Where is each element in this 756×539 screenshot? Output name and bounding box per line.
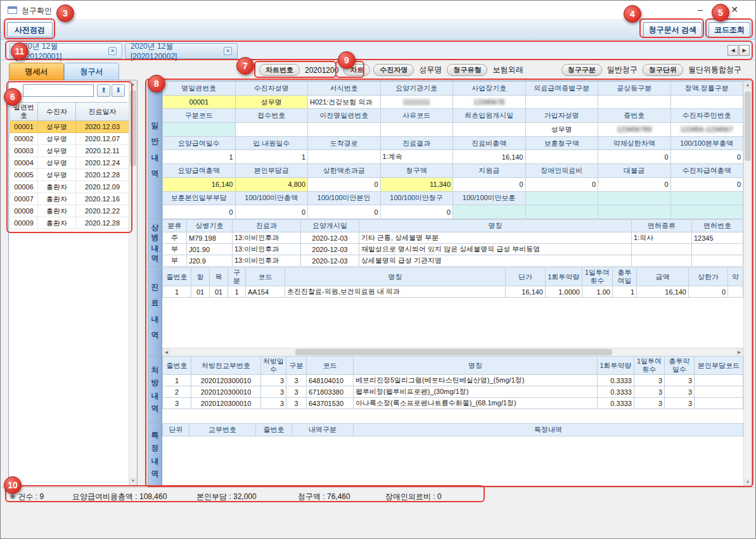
- precheck-button[interactable]: 사전점검: [7, 22, 53, 37]
- field-label: [525, 191, 598, 205]
- field-label: 사업장기호: [453, 82, 526, 96]
- month-tab-row: 2020년 12월 [2020120001] ✕ 2020년 12월 [2020…: [1, 40, 755, 60]
- date-cell: 2020.12.07: [76, 133, 129, 145]
- annotation-badge-9: 9: [338, 51, 356, 69]
- statement-row[interactable]: 00004 성무명 2020.12.24: [10, 157, 129, 169]
- trt-cell: 01: [191, 286, 210, 298]
- month-tab-2[interactable]: 2020년 12월 [2020120002] ✕: [125, 43, 238, 59]
- search-down-icon[interactable]: ⬇: [112, 84, 125, 97]
- treatment-hscrollbar[interactable]: ◀ ▶: [162, 348, 743, 356]
- prescription-row[interactable]: 2 2020120300010 3 3 671803380 펠루비정(펠루비프로…: [163, 386, 743, 398]
- tab-next-icon[interactable]: ▶: [739, 45, 750, 56]
- tab-prev-icon[interactable]: ◀: [727, 45, 738, 56]
- field-value: 0: [598, 150, 671, 164]
- status-disabled-cost: 장애인의료비 : 0: [385, 491, 442, 502]
- statement-row[interactable]: 00001 성무명 2020.12.03: [10, 121, 129, 133]
- rx-cell: 2020120300010: [191, 375, 261, 386]
- specific-table: 단위 교부번호 줄번호 내역구분 특정내역: [162, 423, 743, 436]
- field-label: 본인부담금: [235, 164, 308, 178]
- search-up-icon[interactable]: ⬆: [97, 84, 110, 97]
- field-label: 100/100미만본인: [308, 191, 381, 205]
- hscroll-thumb[interactable]: [295, 349, 612, 355]
- scroll-thumb[interactable]: [745, 91, 751, 161]
- tab-claim[interactable]: 청구서: [64, 63, 119, 80]
- trt-col: 단가: [506, 268, 546, 286]
- rx-cell: 2020120300010: [191, 386, 261, 398]
- statement-row[interactable]: 00006 홍환자 2020.12.09: [10, 181, 129, 193]
- serial-cell: 00008: [10, 205, 38, 217]
- scroll-right-icon[interactable]: ▶: [735, 348, 743, 356]
- field-label: 수진자성명: [235, 82, 308, 96]
- field-label: 구분코드: [163, 109, 236, 123]
- scroll-down-icon[interactable]: ▼: [129, 477, 137, 485]
- diagnosis-row[interactable]: 주 M79.198 13:이비인후과 2020-12-03 기타 근통, 상세불…: [163, 232, 743, 244]
- patient-cell: 홍환자: [38, 181, 76, 193]
- section-label-prescription: 처방내역: [148, 356, 162, 423]
- scroll-up-icon[interactable]: ▲: [744, 81, 752, 89]
- app-window: 청구확인 – ✕ 사전점검 청구문서 검색 코드조회 2020년 12월 [20…: [0, 0, 756, 539]
- search-input[interactable]: [23, 84, 94, 97]
- serial-cell: 00003: [10, 145, 38, 157]
- field-value: 123456-1234567: [670, 123, 743, 137]
- field-value: 1: [235, 150, 308, 164]
- date-cell: 2020.12.24: [76, 157, 129, 169]
- minimize-button[interactable]: –: [687, 1, 714, 19]
- scroll-thumb[interactable]: [130, 90, 136, 166]
- statement-row[interactable]: 00009 홍환자 2020.12.28: [10, 217, 129, 229]
- field-value: [380, 123, 453, 137]
- field-value: 0: [670, 177, 743, 191]
- field-label: [670, 191, 743, 205]
- field-label: 입.내원일수: [235, 136, 308, 150]
- field-value: 0: [308, 205, 381, 219]
- field-value: 0: [453, 177, 526, 191]
- scroll-down-icon[interactable]: ▼: [744, 478, 752, 486]
- field-value: 1:계속: [380, 150, 453, 164]
- statement-row[interactable]: 00002 성무명 2020.12.07: [10, 133, 129, 145]
- statement-row[interactable]: 00008 홍환자 2020.12.22: [10, 205, 129, 217]
- diagnosis-row[interactable]: 부 J01.90 13:이비인후과 2020-12-03 재발성으로 명시되어 …: [163, 244, 743, 255]
- status-claim-amount: 청구액 : 76,460: [298, 491, 350, 502]
- trt-col: 코드: [246, 268, 285, 286]
- dx-col: 명칭: [359, 220, 632, 232]
- claim-doc-search-button[interactable]: 청구문서 검색: [643, 22, 702, 37]
- code-lookup-button[interactable]: 코드조회: [708, 22, 750, 37]
- field-value: [308, 123, 381, 137]
- dx-col: 상병기호: [187, 220, 233, 232]
- diagnosis-table: 분류 상병기호 진료과 요양개시일 명칭 면허종류 면허번호 주 M79.198: [162, 219, 743, 267]
- field-value: 0: [525, 177, 598, 191]
- prescription-row[interactable]: 3 2020120300010 3 3 643701530 아나록소정(록소프로…: [163, 398, 743, 409]
- scroll-up-icon[interactable]: ▲: [129, 80, 137, 89]
- tab-close-icon[interactable]: ✕: [108, 47, 117, 55]
- prescription-row[interactable]: 1 2020120300010 3 3 648104010 베포리진정5밀리그램…: [163, 375, 743, 386]
- statement-row[interactable]: 00007 홍환자 2020.12.16: [10, 193, 129, 205]
- statement-row[interactable]: 00003 성무명 2020.12.11: [10, 145, 129, 157]
- section-label-specific: 특정내역: [148, 423, 162, 486]
- detail-panel: 일반내역 명일련번호 수진자성명 서식번호 요양기관기호 사업장기호 의료급여종…: [148, 80, 752, 487]
- detail-scrollbar[interactable]: ▲ ▼: [743, 81, 752, 486]
- tab-close-icon[interactable]: ✕: [224, 47, 232, 55]
- trt-col: 목: [210, 268, 228, 286]
- rx-cell: 3: [665, 386, 695, 398]
- serial-cell: 00001: [10, 121, 38, 133]
- dx-cell: [692, 244, 743, 255]
- scroll-left-icon[interactable]: ◀: [162, 348, 170, 356]
- tab-statement[interactable]: 명세서: [9, 63, 64, 80]
- patient-cell: 성무명: [38, 157, 76, 169]
- diagnosis-row[interactable]: 부 J20.9 13:이비인후과 2020-12-03 상세불명의 급성 기관지…: [163, 255, 743, 267]
- field-value: [163, 123, 236, 137]
- col-patient: 수진자: [38, 103, 76, 121]
- field-label: 약제상한차액: [598, 136, 671, 150]
- treatment-row[interactable]: 1 01 01 1 AA154 초진진찰료-의원,보건의료원 내 의과 16,1…: [163, 286, 743, 298]
- status-copay: 본인부담 : 32,000: [196, 491, 257, 502]
- patient-name-value: 성무명: [417, 65, 444, 75]
- list-scrollbar[interactable]: ▲ ▼: [129, 80, 137, 485]
- rx-cell: 아나록소정(록소프로펜나트륨수화물)_(68.1mg/1정): [354, 398, 598, 409]
- dx-cell: 부: [163, 244, 187, 255]
- field-label: 도착경로: [308, 136, 381, 150]
- sp-col: 특정내역: [354, 424, 743, 436]
- rx-cell: [695, 375, 743, 386]
- rx-cell: 1: [163, 375, 191, 386]
- statement-row[interactable]: 00005 성무명 2020.12.28: [10, 169, 129, 181]
- annotation-badge-11: 11: [11, 42, 29, 60]
- field-label: 진료비총액: [453, 136, 526, 150]
